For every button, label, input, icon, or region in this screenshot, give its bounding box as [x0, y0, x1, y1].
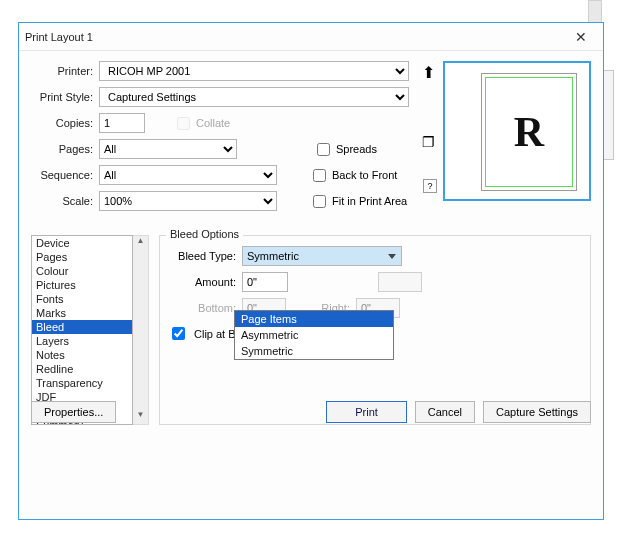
preview-page: R — [481, 73, 577, 191]
category-item-layers[interactable]: Layers — [32, 334, 132, 348]
printer-label: Printer: — [31, 65, 99, 77]
pages-select[interactable]: All — [99, 139, 237, 159]
print-style-select[interactable]: Captured Settings — [99, 87, 409, 107]
back-to-front-checkbox[interactable] — [313, 169, 326, 182]
orientation-controls: ⬆ ❐ — [419, 65, 437, 149]
window-title: Print Layout 1 — [25, 31, 565, 43]
bleed-type-dropdown[interactable]: Page ItemsAsymmetricSymmetric — [234, 310, 394, 360]
printer-select[interactable]: RICOH MP 2001 — [99, 61, 409, 81]
copies-label: Copies: — [31, 117, 99, 129]
bleed-type-label: Bleed Type: — [168, 250, 242, 262]
cancel-button[interactable]: Cancel — [415, 401, 475, 423]
bleed-type-value: Symmetric — [247, 250, 299, 262]
category-item-device[interactable]: Device — [32, 236, 132, 250]
category-item-colour[interactable]: Colour — [32, 264, 132, 278]
collate-checkbox — [177, 117, 190, 130]
category-list-wrap: DevicePagesColourPicturesFontsMarksBleed… — [31, 235, 149, 425]
category-item-transparency[interactable]: Transparency — [32, 376, 132, 390]
bleed-type-select[interactable]: Symmetric — [242, 246, 402, 266]
print-style-label: Print Style: — [31, 91, 99, 103]
help-button[interactable]: ? — [423, 179, 437, 193]
bleed-legend: Bleed Options — [166, 228, 243, 240]
scale-label: Scale: — [31, 195, 99, 207]
amount-label: Amount: — [168, 276, 242, 288]
up-arrow-icon[interactable]: ⬆ — [422, 65, 435, 81]
back-to-front-label: Back to Front — [332, 169, 397, 181]
bleed-option-symmetric[interactable]: Symmetric — [235, 343, 393, 359]
capture-settings-button[interactable]: Capture Settings — [483, 401, 591, 423]
copies-input[interactable] — [99, 113, 145, 133]
dialog-body: Printer: RICOH MP 2001 Print Style: Capt… — [19, 51, 603, 433]
spreads-checkbox[interactable] — [317, 143, 330, 156]
category-item-pages[interactable]: Pages — [32, 250, 132, 264]
category-list[interactable]: DevicePagesColourPicturesFontsMarksBleed… — [31, 235, 133, 425]
bleed-option-asymmetric[interactable]: Asymmetric — [235, 327, 393, 343]
preview-glyph: R — [482, 108, 576, 156]
bleed-option-page-items[interactable]: Page Items — [235, 311, 393, 327]
category-item-fonts[interactable]: Fonts — [32, 292, 132, 306]
print-button[interactable]: Print — [326, 401, 407, 423]
amount-input[interactable] — [242, 272, 288, 292]
fit-label: Fit in Print Area — [332, 195, 407, 207]
collate-label: Collate — [196, 117, 230, 129]
category-item-marks[interactable]: Marks — [32, 306, 132, 320]
page-preview: R — [443, 61, 591, 201]
fit-checkbox[interactable] — [313, 195, 326, 208]
bottom-label: Bottom: — [168, 302, 242, 314]
amount-secondary — [378, 272, 422, 292]
sequence-label: Sequence: — [31, 169, 99, 181]
category-item-pictures[interactable]: Pictures — [32, 278, 132, 292]
category-item-bleed[interactable]: Bleed — [32, 320, 132, 334]
titlebar: Print Layout 1 ✕ — [19, 23, 603, 51]
category-item-notes[interactable]: Notes — [32, 348, 132, 362]
properties-button[interactable]: Properties... — [31, 401, 116, 423]
close-button[interactable]: ✕ — [565, 29, 597, 45]
list-scrollbar[interactable]: ▲ ▼ — [133, 235, 149, 425]
category-item-redline[interactable]: Redline — [32, 362, 132, 376]
sheets-icon[interactable]: ❐ — [422, 135, 435, 149]
scroll-up-icon[interactable]: ▲ — [133, 236, 148, 250]
sequence-select[interactable]: All — [99, 165, 277, 185]
pages-label: Pages: — [31, 143, 99, 155]
print-dialog: Print Layout 1 ✕ Printer: RICOH MP 2001 … — [18, 22, 604, 520]
spreads-label: Spreads — [336, 143, 377, 155]
clip-checkbox[interactable] — [172, 327, 185, 340]
button-bar: Properties... Print Cancel Capture Setti… — [31, 401, 591, 423]
scale-select[interactable]: 100% — [99, 191, 277, 211]
